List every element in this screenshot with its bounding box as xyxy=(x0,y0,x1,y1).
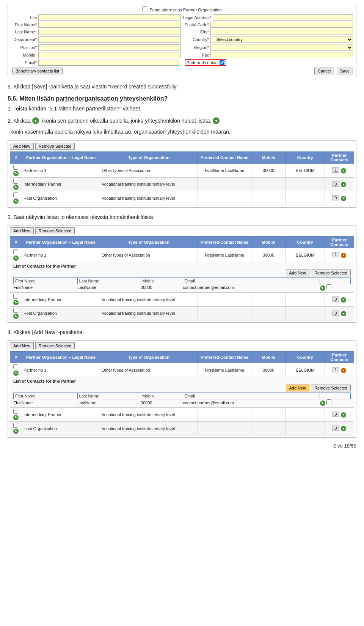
t3-row2-edit-icon[interactable]: ✎ xyxy=(13,415,19,420)
t3-th-type: Type of Organisation xyxy=(100,352,198,363)
firstname-label: First Name* xyxy=(11,22,38,27)
t2-row3-country xyxy=(286,306,325,320)
contacts-remove-btn[interactable]: Remove Selected xyxy=(311,270,351,276)
row3-type: Vocational training institute tertiary l… xyxy=(100,191,198,205)
row3-expand-btn[interactable]: ▼ xyxy=(341,196,346,201)
t2-th-mobile: Mobile xyxy=(251,237,286,248)
t3-row1-count: 1 xyxy=(332,367,339,372)
t3-row1-expand-btn[interactable]: ▲ xyxy=(341,368,346,373)
t3-contacts-add-btn[interactable]: Add New xyxy=(286,385,310,391)
email-input[interactable] xyxy=(38,60,179,66)
legal-address-label: Legal Address* xyxy=(183,15,213,20)
firstname-input[interactable] xyxy=(38,22,181,28)
t3-row1-country: BELGIUM xyxy=(286,363,325,377)
t3-th-hash: # xyxy=(10,352,22,363)
t3-row3-type: Vocational training institute tertiary l… xyxy=(100,421,198,435)
city-input[interactable] xyxy=(210,29,353,35)
save-btn[interactable]: Save xyxy=(337,68,353,74)
row1-count: 1 xyxy=(332,167,339,173)
t2-row1-checkbox[interactable] xyxy=(13,249,18,254)
form-header: Same address as Partner Organisation xyxy=(11,6,353,12)
t2-row2-contact xyxy=(198,293,251,307)
table2-remove-btn[interactable]: Remove Selected xyxy=(35,227,75,234)
t2-row3-expand-btn[interactable]: ▼ xyxy=(341,311,346,316)
row1-checkbox[interactable] xyxy=(13,165,18,170)
same-address-checkbox[interactable] xyxy=(142,6,147,11)
expand-icon[interactable]: ▼ xyxy=(32,117,39,124)
row1-edit-icon[interactable]: ✎ xyxy=(13,171,19,176)
position-input[interactable] xyxy=(38,44,181,50)
contact-edit-icon[interactable]: ✎ xyxy=(320,285,325,291)
t3-c-th-mobile: Mobile xyxy=(141,393,183,399)
t3-row1-checkbox-cell: ✎ xyxy=(10,363,22,377)
title-input[interactable] xyxy=(38,14,181,20)
row2-contact xyxy=(198,177,251,191)
cancel-btn[interactable]: Cancel xyxy=(314,68,334,74)
contacts-add-btn[interactable]: Add New xyxy=(286,270,310,276)
beneficiary-contacts-btn[interactable]: Beneficiary contacts list xyxy=(12,68,63,74)
t3-row2-checkbox[interactable] xyxy=(13,409,18,414)
row2-edit-icon[interactable]: ✎ xyxy=(13,184,19,190)
partner-table-1-content: # Partner Organisation – Legal Name Type… xyxy=(10,151,354,205)
preferred-contact-checkbox[interactable] xyxy=(220,60,224,65)
t3-row2-expand-btn[interactable]: ▼ xyxy=(341,412,346,418)
t3-contacts-header-row: First Name Last Name Mobile Email xyxy=(14,393,351,399)
lastname-input[interactable] xyxy=(38,29,181,35)
t2-th-partner-contacts: Partner Contacts xyxy=(325,237,354,248)
t3-row1-checkbox[interactable] xyxy=(13,364,18,369)
row2-expand-btn[interactable]: ▼ xyxy=(341,182,346,187)
country-select[interactable]: -- Select country -- xyxy=(210,36,353,43)
t3-row2-contact xyxy=(198,408,251,422)
row3-checkbox[interactable] xyxy=(13,192,18,197)
row3-edit-icon[interactable]: ✎ xyxy=(13,199,19,204)
row2-country xyxy=(286,177,325,191)
step1-link[interactable]: 5.1 Miten haen partnerilistan? xyxy=(50,106,119,112)
t2-row2-expand-btn[interactable]: ▼ xyxy=(341,297,346,303)
th-mobile: Mobile xyxy=(251,152,286,164)
table2-add-btn[interactable]: Add New xyxy=(10,227,34,234)
table2-header-row: # Partner Organisation – Legal Name Type… xyxy=(10,237,354,248)
t3-row2-checkbox-cell: ✎ xyxy=(10,408,22,422)
contacts-table: First Name Last Name Mobile Email FirstN… xyxy=(13,278,351,291)
t3-contact-edit-icon[interactable]: ✎ xyxy=(320,401,325,406)
row3-checkbox-cell: ✎ xyxy=(10,191,22,205)
postal-input[interactable] xyxy=(210,22,353,28)
expand-icon-2[interactable]: ▼ xyxy=(213,117,220,124)
t2-row2-checkbox[interactable] xyxy=(13,294,18,299)
t2-row2-edit-icon[interactable]: ✎ xyxy=(13,300,19,305)
row1-expand-btn[interactable]: ▼ xyxy=(341,168,346,173)
t3-contacts-remove-btn[interactable]: Remove Selected xyxy=(311,385,351,391)
row2-checkbox-cell: ✎ xyxy=(10,177,22,191)
t2-row3-checkbox[interactable] xyxy=(13,308,18,313)
fax-input[interactable] xyxy=(210,52,353,58)
t2-row3-mobile xyxy=(251,306,286,320)
table3-remove-btn[interactable]: Remove Selected xyxy=(35,342,75,349)
row2-checkbox[interactable] xyxy=(13,179,18,184)
table1-add-btn[interactable]: Add New xyxy=(10,143,34,150)
table-row: ✎ Host Organisation Vocational training … xyxy=(10,421,354,435)
t2-th-country: Country xyxy=(286,237,325,248)
t2-row1-expand-btn[interactable]: ▲ xyxy=(341,253,346,258)
row2-type: Vocational training institute tertiary l… xyxy=(100,177,198,191)
t3-row1-edit-icon[interactable]: ✎ xyxy=(13,371,19,376)
table1-header-row: # Partner Organisation – Legal Name Type… xyxy=(10,152,354,164)
region-select[interactable] xyxy=(210,44,353,51)
legal-address-input[interactable] xyxy=(213,14,353,20)
mobile-input[interactable] xyxy=(38,52,181,58)
t3-row3-edit-icon[interactable]: ✎ xyxy=(13,429,19,434)
form-footer: Beneficiary contacts list Cancel Save xyxy=(11,68,353,74)
contacts-inner: List of Contacts for this Partner Add Ne… xyxy=(10,262,354,293)
table1-remove-btn[interactable]: Remove Selected xyxy=(35,143,75,150)
th-country: Country xyxy=(286,152,325,164)
t3-row3-checkbox[interactable] xyxy=(13,423,18,428)
t3-row2-org: Intermediary Partner xyxy=(22,408,100,422)
dept-input[interactable] xyxy=(38,36,181,43)
t2-row3-edit-icon[interactable]: ✎ xyxy=(13,314,19,319)
contact-checkbox[interactable] xyxy=(326,284,331,289)
table3-add-btn[interactable]: Add New xyxy=(10,342,34,349)
t3-row2-type: Vocational training institute tertiary l… xyxy=(100,408,198,422)
t2-row1-edit-icon[interactable]: ✎ xyxy=(13,255,19,261)
t3-row3-expand-btn[interactable]: ▼ xyxy=(341,426,346,431)
partner-table-3-content: # Partner Organisation – Legal Name Type… xyxy=(10,351,354,435)
t3-contact-checkbox[interactable] xyxy=(326,399,331,404)
